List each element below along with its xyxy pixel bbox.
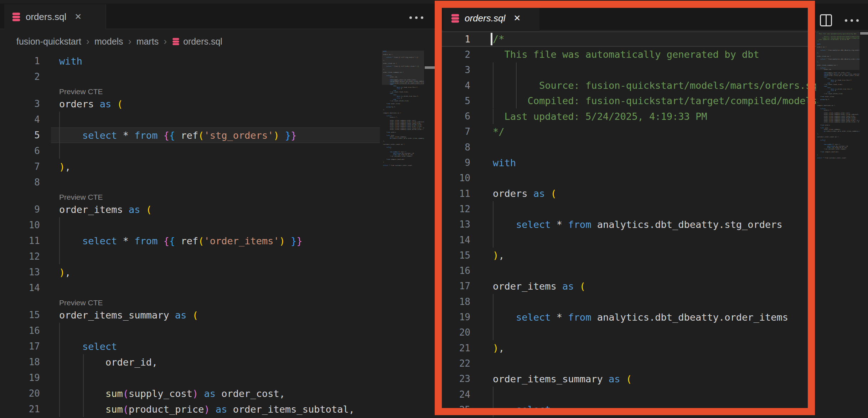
code-line[interactable]: 6 Last updated: 5/24/2025, 4:19:33 PM bbox=[438, 109, 816, 124]
code-line[interactable]: 19 select * from analytics.dbt_dbeatty.o… bbox=[438, 309, 816, 325]
line-number: 13 bbox=[438, 217, 470, 232]
code-line[interactable]: 21 sum(product_price) as order_items_sub… bbox=[0, 401, 380, 417]
line-number: 10 bbox=[438, 170, 470, 186]
indent-guide bbox=[516, 62, 517, 78]
line-number: 18 bbox=[0, 354, 40, 370]
codelens-preview-cte[interactable]: Preview CTE bbox=[59, 85, 103, 96]
line-number: 3 bbox=[0, 96, 40, 112]
codelens-preview-cte[interactable]: Preview CTE bbox=[59, 190, 103, 202]
indent-guide bbox=[493, 387, 494, 402]
minimap[interactable]: withorders as ( select * from {{ ref('st… bbox=[382, 51, 424, 414]
line-number: 19 bbox=[438, 309, 470, 325]
line-number: 1 bbox=[438, 31, 470, 47]
code-line[interactable]: 11 select * from {{ ref('order_items') }… bbox=[0, 233, 380, 249]
code-line[interactable]: 15order_items_summary as ( bbox=[0, 307, 380, 323]
code-line[interactable]: 4 bbox=[0, 112, 380, 127]
code-line[interactable]: 20 sum(supply_cost) as order_cost, bbox=[0, 386, 380, 401]
code-editor-source[interactable]: 1with2Preview CTE3orders as (45 select *… bbox=[0, 0, 380, 418]
indent-guide bbox=[493, 62, 494, 78]
code-line[interactable]: 5 select * from {{ ref('stg_orders') }} bbox=[0, 127, 380, 143]
code-line[interactable]: 1/* bbox=[438, 31, 816, 47]
code-line[interactable]: 21), bbox=[438, 340, 816, 356]
line-number: 11 bbox=[438, 186, 470, 201]
code-editor-compiled[interactable]: 1/*2 This file was automatically generat… bbox=[438, 0, 816, 418]
code-line[interactable]: 17order_items as ( bbox=[438, 279, 816, 294]
editor-group-compiled: orders.sql ✕ 1/*2 This file was automati… bbox=[438, 0, 868, 418]
code-line[interactable]: 24 bbox=[438, 387, 816, 402]
line-number: 2 bbox=[0, 69, 40, 85]
line-number: 25 bbox=[438, 402, 470, 417]
code-line[interactable]: 16 bbox=[0, 323, 380, 338]
code-line[interactable]: 7), bbox=[0, 159, 380, 174]
code-line[interactable]: 17 select bbox=[0, 338, 380, 354]
overview-cursor-mark bbox=[860, 32, 868, 35]
line-number: 6 bbox=[0, 143, 40, 159]
more-actions-icon[interactable] bbox=[409, 16, 423, 19]
codelens-preview-cte[interactable]: Preview CTE bbox=[59, 296, 103, 307]
code-line[interactable]: 3 bbox=[438, 62, 816, 78]
code-line[interactable]: 4 Source: fusion-quickstart/models/marts… bbox=[438, 78, 816, 93]
code-line[interactable]: 8 bbox=[438, 139, 816, 155]
line-number: 24 bbox=[438, 387, 470, 402]
code-line[interactable]: 1with bbox=[0, 53, 380, 69]
overview-ruler[interactable] bbox=[424, 31, 437, 418]
code-line[interactable]: 16 bbox=[438, 263, 816, 279]
line-number: 7 bbox=[0, 159, 40, 174]
line-number: 14 bbox=[0, 280, 40, 296]
minimap-line: select * from analytics.dbt_dbeatty.stg_… bbox=[817, 49, 859, 51]
indent-guide bbox=[59, 112, 60, 127]
line-number: 19 bbox=[0, 370, 40, 386]
minimap-line: select * from customer_order_count bbox=[383, 164, 424, 166]
line-number: 1 bbox=[0, 53, 40, 69]
code-line[interactable]: 13), bbox=[0, 264, 380, 280]
indent-guide bbox=[59, 143, 60, 159]
line-number: 18 bbox=[438, 294, 470, 309]
overview-cursor-mark bbox=[425, 66, 435, 69]
code-line[interactable]: 14 bbox=[438, 232, 816, 248]
minimap[interactable]: /* This file was automatically generated… bbox=[816, 31, 859, 414]
minimap-line: order_items_summary.count_drink_items > … bbox=[383, 128, 424, 130]
code-line[interactable]: 15), bbox=[438, 248, 816, 263]
code-line[interactable]: 12 bbox=[0, 249, 380, 264]
code-line[interactable]: 10 bbox=[438, 170, 816, 186]
code-line[interactable]: 6 bbox=[0, 143, 380, 159]
code-line[interactable]: 11orders as ( bbox=[438, 186, 816, 201]
line-number: 15 bbox=[438, 248, 470, 263]
code-line[interactable]: 22 bbox=[438, 356, 816, 371]
line-number: 22 bbox=[438, 356, 470, 371]
line-number: 13 bbox=[0, 264, 40, 280]
line-number: 3 bbox=[438, 62, 470, 78]
code-line[interactable]: 18 order_id, bbox=[0, 354, 380, 370]
code-line[interactable]: 14 bbox=[0, 280, 380, 296]
overview-ruler[interactable] bbox=[859, 31, 868, 418]
line-number: 5 bbox=[0, 127, 40, 143]
code-line[interactable]: 13 select * from analytics.dbt_dbeatty.s… bbox=[438, 217, 816, 232]
code-line[interactable]: 23order_items_summary as ( bbox=[438, 371, 816, 387]
line-number: 5 bbox=[438, 93, 470, 108]
line-number: 12 bbox=[0, 249, 40, 264]
code-line[interactable]: 20 bbox=[438, 325, 816, 340]
code-line[interactable]: 7*/ bbox=[438, 124, 816, 139]
vscode-window: orders.sql ✕ fusion-quickstart›models›ma… bbox=[0, 0, 868, 418]
text-cursor bbox=[491, 33, 492, 45]
code-line[interactable]: 3orders as ( bbox=[0, 96, 380, 112]
indent-guide bbox=[59, 249, 60, 264]
code-line[interactable]: 12 bbox=[438, 201, 816, 216]
code-line[interactable]: 2 This file was automatically generated … bbox=[438, 47, 816, 62]
code-line[interactable]: 5 Compiled: fusion-quickstart/target/com… bbox=[438, 93, 816, 108]
code-line[interactable]: 18 bbox=[438, 294, 816, 309]
code-line[interactable]: 9with bbox=[438, 155, 816, 170]
minimap-line: select * from customer_order_count bbox=[817, 157, 859, 159]
code-line[interactable]: 9order_items as ( bbox=[0, 202, 380, 217]
code-line[interactable]: 8 bbox=[0, 174, 380, 190]
indent-guide bbox=[493, 232, 494, 248]
code-line[interactable]: 25 select bbox=[438, 402, 816, 417]
more-actions-icon[interactable] bbox=[845, 19, 859, 22]
minimap-line: select * from analytics.dbt_dbeatty.orde… bbox=[817, 58, 859, 60]
split-editor-icon[interactable] bbox=[820, 14, 832, 26]
line-number: 20 bbox=[0, 386, 40, 401]
code-line[interactable]: 19 bbox=[0, 370, 380, 386]
code-line[interactable]: 2 bbox=[0, 69, 380, 85]
code-line[interactable]: 10 bbox=[0, 217, 380, 233]
minimap-line: select * from {{ ref('order_items') }} bbox=[383, 66, 424, 67]
